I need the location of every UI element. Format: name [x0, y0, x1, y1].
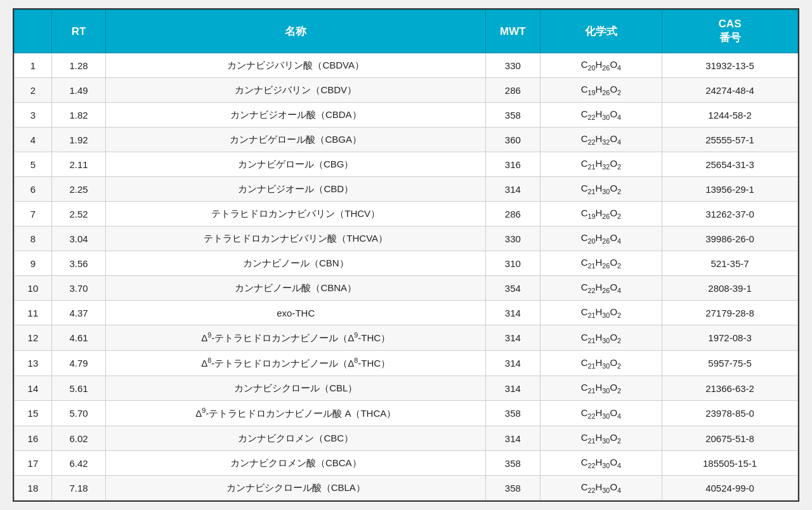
cell-cas: 1972-08-3: [662, 325, 798, 351]
cell-rt: 3.56: [51, 251, 106, 276]
cell-name: カンナビノール酸（CBNA）: [106, 276, 486, 301]
cell-formula: C22H26O4: [540, 276, 662, 301]
cell-num: 14: [15, 376, 52, 401]
table-row: 31.82カンナビジオール酸（CBDA）358C22H30O41244-58-2: [15, 103, 798, 128]
table-row: 124.61Δ9-テトラヒドロカンナビノール（Δ9-THC）314C21H30O…: [15, 325, 798, 351]
cell-num: 12: [15, 325, 52, 351]
cell-mwt: 314: [486, 426, 540, 451]
cell-rt: 4.37: [51, 301, 106, 325]
cell-rt: 4.61: [51, 325, 106, 351]
cell-mwt: 358: [486, 451, 540, 476]
cell-num: 9: [15, 251, 52, 276]
cell-name: カンナビノール（CBN）: [106, 251, 486, 276]
cell-cas: 24274-48-4: [662, 78, 798, 103]
cell-formula: C22H30O4: [540, 401, 662, 426]
cell-formula: C21H30O2: [540, 376, 662, 401]
cell-formula: C22H30O4: [540, 451, 662, 476]
cell-cas: 31262-37-0: [662, 202, 798, 226]
cell-name: Δ9-テトラヒドロカンナビノール酸 A（THCA）: [106, 401, 486, 426]
cell-name: Δ9-テトラヒドロカンナビノール（Δ9-THC）: [106, 325, 486, 351]
cell-formula: C20H26O4: [540, 226, 662, 251]
table-row: 72.52テトラヒドロカンナビバリン（THCV）286C19H26O231262…: [15, 202, 798, 226]
cell-formula: C21H32O2: [540, 152, 662, 177]
cell-name: カンナビジバリン（CBDV）: [106, 78, 486, 103]
cell-name: カンナビゲロール（CBG）: [106, 152, 486, 177]
cell-formula: C20H26O4: [540, 53, 662, 78]
cell-formula: C21H30O2: [540, 301, 662, 325]
cell-rt: 3.04: [51, 226, 106, 251]
cell-mwt: 330: [486, 226, 540, 251]
cell-num: 4: [15, 128, 52, 152]
cell-cas: 5957-75-5: [662, 351, 798, 376]
table-row: 187.18カンナビシクロール酸（CBLA）358C22H30O440524-9…: [15, 476, 798, 500]
cell-name: カンナビクロメン（CBC）: [106, 426, 486, 451]
cell-cas: 2808-39-1: [662, 276, 798, 301]
cell-cas: 13956-29-1: [662, 177, 798, 202]
cell-name: カンナビシクロール（CBL）: [106, 376, 486, 401]
cell-num: 18: [15, 476, 52, 500]
table-row: 41.92カンナビゲロール酸（CBGA）360C22H32O425555-57-…: [15, 128, 798, 152]
cell-formula: C21H26O2: [540, 251, 662, 276]
cell-rt: 4.79: [51, 351, 106, 376]
cell-mwt: 314: [486, 351, 540, 376]
cell-cas: 40524-99-0: [662, 476, 798, 500]
cell-cas: 521-35-7: [662, 251, 798, 276]
cell-name: テトラヒドロカンナビバリン（THCV）: [106, 202, 486, 226]
cell-mwt: 358: [486, 476, 540, 500]
cell-mwt: 314: [486, 376, 540, 401]
cell-rt: 2.11: [51, 152, 106, 177]
table-row: 52.11カンナビゲロール（CBG）316C21H32O225654-31-3: [15, 152, 798, 177]
cell-rt: 6.02: [51, 426, 106, 451]
cell-num: 7: [15, 202, 52, 226]
cell-mwt: 358: [486, 401, 540, 426]
cell-rt: 1.28: [51, 53, 106, 78]
cell-mwt: 314: [486, 301, 540, 325]
cell-name: exo-THC: [106, 301, 486, 325]
cell-num: 11: [15, 301, 52, 325]
cell-mwt: 360: [486, 128, 540, 152]
table-row: 166.02カンナビクロメン（CBC）314C21H30O220675-51-8: [15, 426, 798, 451]
cell-cas: 27179-28-8: [662, 301, 798, 325]
table-row: 155.70Δ9-テトラヒドロカンナビノール酸 A（THCA）358C22H30…: [15, 401, 798, 426]
header-num: [15, 10, 52, 53]
table-row: 145.61カンナビシクロール（CBL）314C21H30O221366-63-…: [15, 376, 798, 401]
cell-num: 3: [15, 103, 52, 128]
cell-num: 16: [15, 426, 52, 451]
cell-formula: C19H26O2: [540, 78, 662, 103]
cell-rt: 1.92: [51, 128, 106, 152]
cell-cas: 31932-13-5: [662, 53, 798, 78]
cell-formula: C21H30O2: [540, 426, 662, 451]
cell-rt: 6.42: [51, 451, 106, 476]
cell-name: カンナビジオール酸（CBDA）: [106, 103, 486, 128]
cell-num: 6: [15, 177, 52, 202]
table-header-row: RT 名称 MWT 化学式 CAS番号: [15, 10, 798, 53]
cell-mwt: 310: [486, 251, 540, 276]
cell-num: 1: [15, 53, 52, 78]
cell-name: カンナビシクロール酸（CBLA）: [106, 476, 486, 500]
cell-num: 2: [15, 78, 52, 103]
table-row: 114.37exo-THC314C21H30O227179-28-8: [15, 301, 798, 325]
cell-formula: C22H30O4: [540, 476, 662, 500]
header-cas: CAS番号: [662, 10, 798, 53]
cell-formula: C21H30O2: [540, 325, 662, 351]
cell-cas: 185505-15-1: [662, 451, 798, 476]
cell-formula: C21H30O2: [540, 177, 662, 202]
cell-cas: 21366-63-2: [662, 376, 798, 401]
cell-rt: 7.18: [51, 476, 106, 500]
cell-formula: C21H30O2: [540, 351, 662, 376]
cell-name: テトラヒドロカンナビバリン酸（THCVA）: [106, 226, 486, 251]
cell-rt: 2.25: [51, 177, 106, 202]
table-row: 83.04テトラヒドロカンナビバリン酸（THCVA）330C20H26O4399…: [15, 226, 798, 251]
cell-formula: C22H30O4: [540, 103, 662, 128]
cell-num: 8: [15, 226, 52, 251]
cell-name: カンナビジバリン酸（CBDVA）: [106, 53, 486, 78]
cell-num: 5: [15, 152, 52, 177]
cell-rt: 5.70: [51, 401, 106, 426]
table-row: 103.70カンナビノール酸（CBNA）354C22H26O42808-39-1: [15, 276, 798, 301]
table-row: 62.25カンナビジオール（CBD）314C21H30O213956-29-1: [15, 177, 798, 202]
cell-rt: 5.61: [51, 376, 106, 401]
cell-cas: 20675-51-8: [662, 426, 798, 451]
cell-num: 13: [15, 351, 52, 376]
table-row: 176.42カンナビクロメン酸（CBCA）358C22H30O4185505-1…: [15, 451, 798, 476]
table-row: 11.28カンナビジバリン酸（CBDVA）330C20H26O431932-13…: [15, 53, 798, 78]
